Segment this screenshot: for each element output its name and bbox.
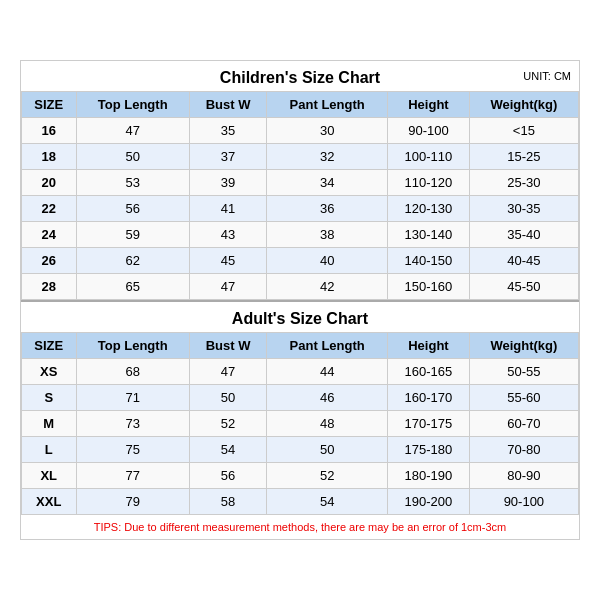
table-cell: 77 bbox=[76, 463, 189, 489]
table-cell: 26 bbox=[22, 248, 77, 274]
table-row: 22564136120-13030-35 bbox=[22, 196, 579, 222]
table-cell: 48 bbox=[267, 411, 388, 437]
table-cell: 58 bbox=[189, 489, 266, 515]
table-cell: 59 bbox=[76, 222, 189, 248]
table-cell: 38 bbox=[267, 222, 388, 248]
table-row: 18503732100-11015-25 bbox=[22, 144, 579, 170]
table-cell: 75 bbox=[76, 437, 189, 463]
col-header-size: SIZE bbox=[22, 92, 77, 118]
table-row: 20533934110-12025-30 bbox=[22, 170, 579, 196]
table-cell: 30-35 bbox=[469, 196, 578, 222]
table-cell: 20 bbox=[22, 170, 77, 196]
table-cell: 50 bbox=[189, 385, 266, 411]
col-header-bust-w: Bust W bbox=[189, 92, 266, 118]
adults-header-row: SIZE Top Length Bust W Pant Length Heigh… bbox=[22, 333, 579, 359]
table-cell: S bbox=[22, 385, 77, 411]
table-cell: 50 bbox=[76, 144, 189, 170]
table-cell: 42 bbox=[267, 274, 388, 300]
table-cell: 35 bbox=[189, 118, 266, 144]
table-cell: 39 bbox=[189, 170, 266, 196]
table-cell: 37 bbox=[189, 144, 266, 170]
table-cell: 56 bbox=[189, 463, 266, 489]
table-cell: 32 bbox=[267, 144, 388, 170]
col-header-bust-w-adult: Bust W bbox=[189, 333, 266, 359]
table-cell: 79 bbox=[76, 489, 189, 515]
table-cell: <15 bbox=[469, 118, 578, 144]
table-cell: 34 bbox=[267, 170, 388, 196]
table-cell: 120-130 bbox=[388, 196, 470, 222]
table-row: 24594338130-14035-40 bbox=[22, 222, 579, 248]
table-cell: 22 bbox=[22, 196, 77, 222]
table-cell: 47 bbox=[189, 359, 266, 385]
col-header-pant-length: Pant Length bbox=[267, 92, 388, 118]
col-header-top-length-adult: Top Length bbox=[76, 333, 189, 359]
table-cell: 110-120 bbox=[388, 170, 470, 196]
table-cell: 50 bbox=[267, 437, 388, 463]
table-cell: 50-55 bbox=[469, 359, 578, 385]
unit-label: UNIT: CM bbox=[523, 70, 571, 82]
children-size-table: SIZE Top Length Bust W Pant Length Heigh… bbox=[21, 91, 579, 300]
col-header-size-adult: SIZE bbox=[22, 333, 77, 359]
table-cell: 35-40 bbox=[469, 222, 578, 248]
children-header-row: SIZE Top Length Bust W Pant Length Heigh… bbox=[22, 92, 579, 118]
table-row: 26624540140-15040-45 bbox=[22, 248, 579, 274]
table-cell: 170-175 bbox=[388, 411, 470, 437]
table-row: 28654742150-16045-50 bbox=[22, 274, 579, 300]
table-cell: XXL bbox=[22, 489, 77, 515]
col-header-pant-length-adult: Pant Length bbox=[267, 333, 388, 359]
table-cell: 25-30 bbox=[469, 170, 578, 196]
table-cell: 47 bbox=[76, 118, 189, 144]
children-title-text: Children's Size Chart bbox=[220, 69, 380, 86]
table-cell: 54 bbox=[267, 489, 388, 515]
table-cell: 24 bbox=[22, 222, 77, 248]
table-row: 1647353090-100<15 bbox=[22, 118, 579, 144]
col-header-top-length: Top Length bbox=[76, 92, 189, 118]
table-cell: 46 bbox=[267, 385, 388, 411]
table-cell: 45-50 bbox=[469, 274, 578, 300]
table-cell: 52 bbox=[267, 463, 388, 489]
adults-title-text: Adult's Size Chart bbox=[232, 310, 368, 327]
table-cell: 65 bbox=[76, 274, 189, 300]
table-cell: 18 bbox=[22, 144, 77, 170]
table-cell: 160-170 bbox=[388, 385, 470, 411]
table-cell: 90-100 bbox=[388, 118, 470, 144]
table-cell: 90-100 bbox=[469, 489, 578, 515]
size-chart-wrapper: Children's Size Chart UNIT: CM SIZE Top … bbox=[20, 60, 580, 540]
adults-chart-title: Adult's Size Chart bbox=[21, 300, 579, 332]
table-row: L755450175-18070-80 bbox=[22, 437, 579, 463]
table-cell: 54 bbox=[189, 437, 266, 463]
table-cell: 53 bbox=[76, 170, 189, 196]
table-cell: 43 bbox=[189, 222, 266, 248]
table-cell: 60-70 bbox=[469, 411, 578, 437]
table-cell: L bbox=[22, 437, 77, 463]
col-header-height: Height bbox=[388, 92, 470, 118]
table-cell: 68 bbox=[76, 359, 189, 385]
table-row: XL775652180-19080-90 bbox=[22, 463, 579, 489]
table-cell: 56 bbox=[76, 196, 189, 222]
table-cell: 140-150 bbox=[388, 248, 470, 274]
table-row: S715046160-17055-60 bbox=[22, 385, 579, 411]
table-cell: 150-160 bbox=[388, 274, 470, 300]
table-cell: 71 bbox=[76, 385, 189, 411]
table-cell: 15-25 bbox=[469, 144, 578, 170]
table-cell: 16 bbox=[22, 118, 77, 144]
table-cell: 40-45 bbox=[469, 248, 578, 274]
table-row: XS684744160-16550-55 bbox=[22, 359, 579, 385]
table-cell: XS bbox=[22, 359, 77, 385]
table-cell: 28 bbox=[22, 274, 77, 300]
table-cell: 47 bbox=[189, 274, 266, 300]
table-cell: 55-60 bbox=[469, 385, 578, 411]
children-chart-title: Children's Size Chart UNIT: CM bbox=[21, 61, 579, 91]
table-cell: 70-80 bbox=[469, 437, 578, 463]
col-header-height-adult: Height bbox=[388, 333, 470, 359]
table-cell: 52 bbox=[189, 411, 266, 437]
col-header-weight-adult: Weight(kg) bbox=[469, 333, 578, 359]
col-header-weight: Weight(kg) bbox=[469, 92, 578, 118]
table-cell: 130-140 bbox=[388, 222, 470, 248]
adults-size-table: SIZE Top Length Bust W Pant Length Heigh… bbox=[21, 332, 579, 515]
table-cell: XL bbox=[22, 463, 77, 489]
table-cell: 80-90 bbox=[469, 463, 578, 489]
table-cell: 100-110 bbox=[388, 144, 470, 170]
table-cell: M bbox=[22, 411, 77, 437]
table-cell: 41 bbox=[189, 196, 266, 222]
